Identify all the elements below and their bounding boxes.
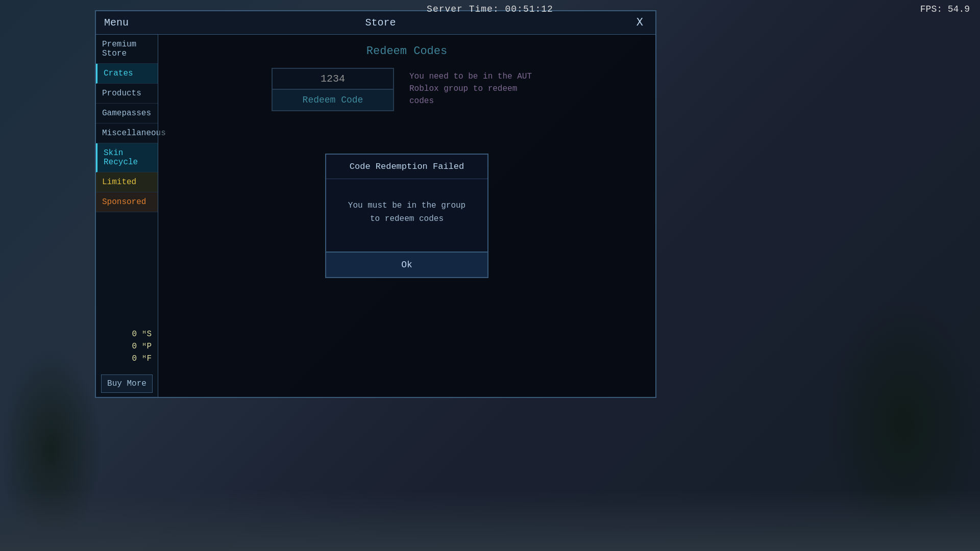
- bg-ground: [0, 490, 980, 551]
- modal-ok-button[interactable]: Ok: [326, 252, 487, 277]
- currency-display: 0 ᴴS 0 ᴴP 0 ᴴF: [96, 321, 158, 370]
- window-body: Premium Store Crates Products Gamepasses…: [96, 35, 655, 397]
- server-time: Server Time: 00:51:12: [427, 4, 553, 14]
- titlebar: Menu Store X: [96, 11, 655, 35]
- window-title: Store: [129, 17, 632, 29]
- sidebar-item-premium-store[interactable]: Premium Store: [96, 35, 158, 64]
- store-window: Menu Store X Premium Store Crates Produc…: [95, 10, 656, 398]
- sidebar-item-sponsored[interactable]: Sponsored: [96, 192, 158, 212]
- currency-s: 0 ᴴS: [102, 329, 152, 339]
- currency-f: 0 ᴴF: [102, 353, 152, 363]
- modal-overlay: Code Redemption Failed You must be in th…: [158, 35, 655, 397]
- close-button[interactable]: X: [632, 15, 647, 30]
- redemption-failed-modal: Code Redemption Failed You must be in th…: [325, 154, 488, 278]
- modal-title: Code Redemption Failed: [326, 155, 487, 179]
- currency-p: 0 ᴴP: [102, 341, 152, 351]
- sidebar-item-gamepasses[interactable]: Gamepasses: [96, 104, 158, 123]
- sidebar: Premium Store Crates Products Gamepasses…: [96, 35, 158, 397]
- sidebar-spacer: [96, 212, 158, 321]
- menu-label: Menu: [104, 17, 129, 29]
- sidebar-item-limited[interactable]: Limited: [96, 172, 158, 192]
- modal-body: You must be in the group to redeem codes: [326, 179, 487, 251]
- sidebar-item-products[interactable]: Products: [96, 84, 158, 104]
- main-content: Redeem Codes Redeem Code You need to be …: [158, 35, 655, 397]
- sidebar-item-skin-recycle[interactable]: Skin Recycle: [96, 143, 158, 172]
- sidebar-item-miscellaneous[interactable]: Miscellaneous: [96, 123, 158, 143]
- sidebar-item-crates[interactable]: Crates: [96, 64, 158, 84]
- fps-counter: FPS: 54.9: [920, 4, 970, 14]
- buy-more-button[interactable]: Buy More: [101, 374, 153, 393]
